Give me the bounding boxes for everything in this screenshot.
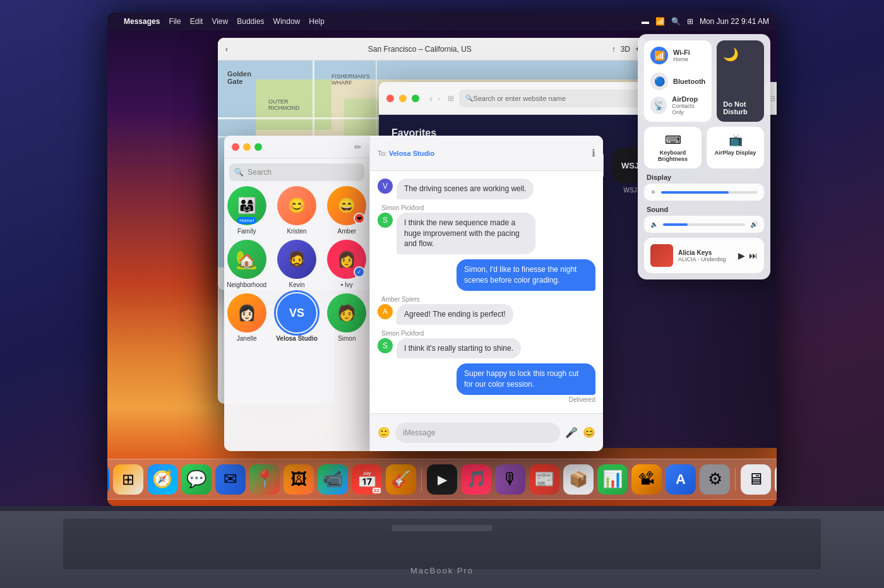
dock-appstore[interactable]: A <box>666 464 696 495</box>
menubar-edit[interactable]: Edit <box>190 17 203 26</box>
messages-search-bar[interactable]: 🔍 Search <box>229 163 364 181</box>
messages-sidebar: ✏ 🔍 Search 👨‍👩‍👧 Home! <box>224 136 369 451</box>
chat-info-icon[interactable]: ℹ <box>592 147 595 159</box>
contact-kevin[interactable]: 🧔 Kevin <box>274 240 319 288</box>
news-icon: 📰 <box>534 469 554 489</box>
msg-avatar-4: A <box>378 304 393 319</box>
msg-sender-2: Simon Pickford <box>378 204 595 211</box>
contact-kristen[interactable]: 😊 Kristen <box>274 186 319 235</box>
dock-mail[interactable]: ✉ <box>215 464 246 495</box>
chat-memoji-icon[interactable]: 🙂 <box>378 426 390 438</box>
dock-finder[interactable]: 🔍 <box>107 464 109 495</box>
dock-systemprefs[interactable]: ⚙ <box>700 464 730 495</box>
dock-calendar[interactable]: 📅 22 <box>352 464 382 495</box>
contact-family[interactable]: 👨‍👩‍👧 Home! Family <box>224 186 269 235</box>
dock-garageband[interactable]: 🎸 <box>386 464 416 495</box>
chat-emoji-icon[interactable]: 😊 <box>583 426 595 438</box>
dock-podcasts[interactable]: 🎙 <box>495 464 525 495</box>
safari-url-text: Search or enter website name <box>473 95 566 102</box>
messages-close-button[interactable] <box>232 143 239 151</box>
menubar-time: Mon Jun 22 9:41 AM <box>700 17 769 26</box>
contact-ivy[interactable]: 👩 ✓ • Ivy <box>325 240 369 288</box>
contact-velosa[interactable]: VS Velosa Studio <box>274 293 319 342</box>
keyboard-icon: ⌨ <box>665 133 681 147</box>
desktop-icon: 🖥 <box>748 469 764 489</box>
msg-bubble-2: I think the new sequence made a huge imp… <box>397 213 535 254</box>
mail-icon: ✉ <box>224 469 237 489</box>
dock-appletv[interactable]: ▶ <box>427 464 457 495</box>
contact-kevin-label: Kevin <box>289 281 304 288</box>
dock-photos[interactable]: 🖼 <box>284 464 314 495</box>
cc-sound-slider-row: 🔈 🔊 <box>644 216 764 233</box>
dock-music[interactable]: 🎵 <box>461 464 491 495</box>
dock-desktop[interactable]: 🖥 <box>741 464 771 495</box>
chat-input-field[interactable]: iMessage <box>395 423 560 443</box>
search-icon[interactable]: 🔍 <box>671 17 681 26</box>
dock-news[interactable]: 📰 <box>529 464 559 495</box>
cc-network-tile: 📶 Wi-Fi Home 🔵 Bluetooth 📡 <box>644 40 712 122</box>
dock-trash[interactable]: 🗑 <box>775 464 777 495</box>
safari-tab-icon[interactable]: ⊞ <box>448 94 454 103</box>
safari-minimize-button[interactable] <box>399 95 407 102</box>
cc-sound-slider[interactable] <box>663 223 745 226</box>
contact-velosa-label: Velosa Studio <box>276 335 318 342</box>
cc-airdrop-info: AirDrop Contacts Only <box>672 95 705 115</box>
menubar-buddies[interactable]: Buddies <box>237 17 264 26</box>
contacts-grid: 👨‍👩‍👧 Home! Family 😊 Kristen <box>224 186 369 342</box>
msg-bubble-4: Agreed! The ending is perfect! <box>397 304 513 325</box>
dock-canister[interactable]: 📦 <box>563 464 594 495</box>
imessage-placeholder: iMessage <box>403 428 435 437</box>
safari-close-button[interactable] <box>386 95 394 102</box>
contact-amber[interactable]: 😄 ❤ Amber <box>325 186 369 235</box>
music-play-icon[interactable]: ▶ <box>738 250 745 261</box>
menubar-app-name[interactable]: Messages <box>124 17 160 26</box>
dock-keynote[interactable]: 📽 <box>631 464 662 495</box>
chat-header: To: Velosa Studio ℹ <box>370 136 603 171</box>
menubar-window[interactable]: Window <box>273 17 301 26</box>
cc-wifi-info: Wi-Fi Home <box>673 49 690 62</box>
dock-launchpad[interactable]: ⊞ <box>113 464 143 495</box>
delivered-label: Delivered <box>378 396 595 403</box>
dock-numbers[interactable]: 📊 <box>597 464 628 495</box>
brightness-low-icon: ☀ <box>650 189 656 196</box>
menubar-file[interactable]: File <box>169 17 181 26</box>
cc-wifi-row[interactable]: 📶 Wi-Fi Home <box>650 47 705 64</box>
music-skip-icon[interactable]: ⏭ <box>749 250 758 261</box>
airplay-icon: 📺 <box>729 133 743 147</box>
cc-bluetooth-row[interactable]: 🔵 Bluetooth <box>650 73 705 90</box>
cc-dnd-tile[interactable]: 🌙 Do Not Disturb <box>717 40 764 122</box>
cc-music-tile: Alicia Keys ALICIA - Underdog ▶ ⏭ <box>644 238 764 273</box>
dock-maps[interactable]: 📍 <box>249 464 280 495</box>
sound-icon-right: 🔊 <box>750 221 758 228</box>
maps-back-icon[interactable]: ‹ <box>225 45 228 54</box>
menubar-view[interactable]: View <box>212 17 228 26</box>
cc-display-slider[interactable] <box>661 191 758 194</box>
safari-maximize-button[interactable] <box>412 95 419 102</box>
dock: 🔍 ⊞ 🧭 💬 ✉ 📍 🖼 <box>107 459 777 500</box>
cc-music-artist: ALICIA - Underdog <box>678 256 733 262</box>
menubar-help[interactable]: Help <box>309 17 325 26</box>
cc-airplay-tile[interactable]: 📺 AirPlay Display <box>707 127 764 168</box>
messages-maximize-button[interactable] <box>254 143 262 151</box>
messages-compose-icon[interactable]: ✏ <box>354 142 362 152</box>
chat-audio-icon[interactable]: 🎤 <box>565 426 578 438</box>
contact-janelle[interactable]: 👩🏻 Janelle <box>224 293 269 342</box>
messages-minimize-button[interactable] <box>243 143 251 151</box>
contact-family-avatar: 👨‍👩‍👧 Home! <box>227 186 266 225</box>
contact-simon[interactable]: 🧑 Simon <box>325 293 369 342</box>
dock-facetime[interactable]: 📹 <box>318 464 348 495</box>
laptop-touchpad[interactable] <box>391 525 493 531</box>
dock-safari[interactable]: 🧭 <box>147 464 177 495</box>
cc-airdrop-row[interactable]: 📡 AirDrop Contacts Only <box>650 95 705 115</box>
safari-forward-icon[interactable]: › <box>438 93 441 103</box>
maps-3d-label[interactable]: 3D <box>621 45 630 54</box>
message-2: S I think the new sequence made a huge i… <box>378 213 595 254</box>
dock-messages[interactable]: 💬 <box>181 464 212 495</box>
wifi-icon[interactable]: 📶 <box>655 17 665 26</box>
safari-back-icon[interactable]: ‹ <box>429 93 433 103</box>
dock-separator-2 <box>735 468 736 491</box>
maps-share-icon[interactable]: ↑ <box>612 45 616 54</box>
cc-keyboard-tile[interactable]: ⌨ Keyboard Brightness <box>644 127 702 168</box>
contact-neighborhood[interactable]: 🏡 Neighborhood <box>224 240 269 288</box>
control-center-icon[interactable]: ⊞ <box>687 17 693 26</box>
